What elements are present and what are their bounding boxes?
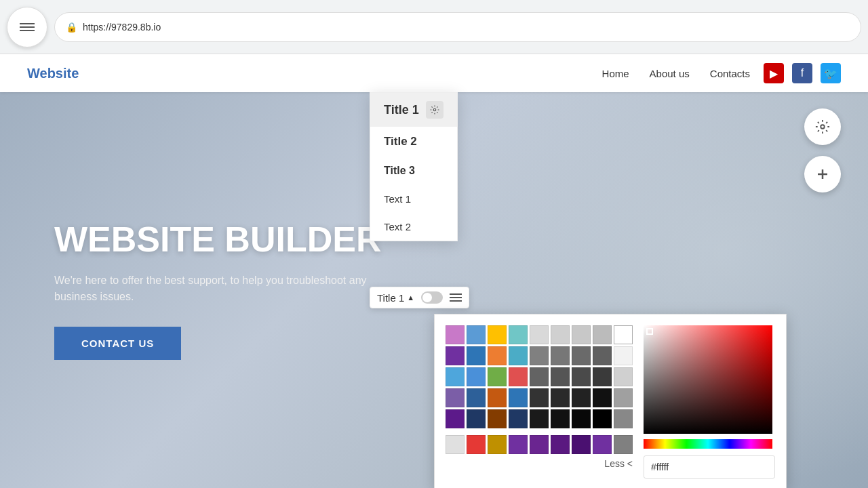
- swatch[interactable]: [593, 346, 612, 365]
- swatch[interactable]: [446, 325, 465, 344]
- swatch[interactable]: [467, 346, 486, 365]
- format-title-select[interactable]: Title 1 ▲: [377, 292, 414, 304]
- swatch[interactable]: [614, 346, 633, 365]
- align-icon[interactable]: [450, 293, 462, 302]
- url-text: https://97829.8b.io: [83, 22, 161, 33]
- contact-us-button[interactable]: CONTACT US: [54, 327, 181, 360]
- svg-point-0: [821, 125, 825, 129]
- swatch[interactable]: [467, 388, 486, 407]
- hue-bar[interactable]: [644, 439, 772, 449]
- format-toggle[interactable]: [421, 291, 443, 304]
- less-button[interactable]: Less <: [446, 458, 633, 469]
- swatch[interactable]: [572, 388, 591, 407]
- address-bar[interactable]: 🔒 https://97829.8b.io: [54, 12, 861, 42]
- swatch[interactable]: [446, 346, 465, 365]
- swatch-black[interactable]: [593, 409, 612, 428]
- nav-link-about[interactable]: About us: [650, 68, 690, 79]
- site-logo: Website: [27, 66, 602, 81]
- hero-subtitle: We're here to offer the best support, to…: [54, 272, 393, 305]
- dropdown-item-text2[interactable]: Text 2: [370, 213, 457, 241]
- swatch[interactable]: [530, 346, 549, 365]
- swatch[interactable]: [488, 435, 507, 454]
- gradient-canvas[interactable]: [644, 325, 772, 434]
- swatch[interactable]: [551, 409, 570, 428]
- swatch[interactable]: [488, 346, 507, 365]
- gradient-picker-section: [644, 325, 775, 479]
- swatch[interactable]: [530, 388, 549, 407]
- swatch[interactable]: [446, 388, 465, 407]
- swatch[interactable]: [614, 367, 633, 386]
- nav-link-contacts[interactable]: Contacts: [710, 68, 750, 79]
- swatch[interactable]: [509, 367, 528, 386]
- color-picker-inner: Less <: [446, 325, 775, 479]
- browser-menu-button[interactable]: [7, 7, 47, 47]
- nav-links: Home About us Contacts: [602, 68, 750, 79]
- font-style-dropdown: Title 1 Title 2 Title 3 Text 1 Text 2: [370, 92, 458, 241]
- swatch[interactable]: [572, 367, 591, 386]
- swatch[interactable]: [530, 409, 549, 428]
- svg-point-3: [433, 108, 436, 111]
- swatch[interactable]: [551, 435, 570, 454]
- swatch[interactable]: [446, 367, 465, 386]
- swatch[interactable]: [572, 346, 591, 365]
- hex-color-input[interactable]: [644, 455, 775, 479]
- line1: [450, 293, 462, 295]
- swatch[interactable]: [509, 409, 528, 428]
- add-fab-button[interactable]: [804, 156, 841, 192]
- swatch[interactable]: [572, 409, 591, 428]
- color-picker-panel: Less <: [434, 314, 787, 488]
- swatch[interactable]: [593, 435, 612, 454]
- swatch[interactable]: [551, 325, 570, 344]
- swatch[interactable]: [488, 409, 507, 428]
- format-toolbar: Title 1 ▲: [370, 287, 469, 308]
- dropdown-label-text2: Text 2: [384, 221, 411, 232]
- toggle-thumb: [422, 293, 432, 302]
- dropdown-item-title3[interactable]: Title 3: [370, 157, 457, 185]
- swatch[interactable]: [530, 435, 549, 454]
- swatch[interactable]: [467, 367, 486, 386]
- youtube-icon[interactable]: ▶: [764, 63, 784, 83]
- lock-icon: 🔒: [66, 22, 77, 33]
- nav-icons: ▶ f 🐦: [764, 63, 841, 83]
- facebook-icon[interactable]: f: [792, 63, 812, 83]
- swatch[interactable]: [467, 435, 486, 454]
- swatch[interactable]: [593, 388, 612, 407]
- swatch[interactable]: [614, 409, 633, 428]
- swatch[interactable]: [614, 435, 633, 454]
- swatch[interactable]: [509, 388, 528, 407]
- swatch[interactable]: [593, 325, 612, 344]
- swatch[interactable]: [467, 325, 486, 344]
- dropdown-label-title2: Title 2: [384, 135, 417, 148]
- browser-chrome: 🔒 https://97829.8b.io: [0, 0, 868, 54]
- swatch[interactable]: [446, 409, 465, 428]
- item-settings-icon[interactable]: [426, 101, 443, 119]
- format-title-label: Title 1: [377, 292, 404, 304]
- site-nav: Website Home About us Contacts ▶ f 🐦: [0, 54, 868, 92]
- swatch[interactable]: [509, 325, 528, 344]
- swatch[interactable]: [593, 367, 612, 386]
- swatch[interactable]: [446, 435, 465, 454]
- swatch[interactable]: [530, 367, 549, 386]
- swatch[interactable]: [551, 367, 570, 386]
- hero-title: WEBSITE BUILDER: [54, 220, 393, 259]
- swatch[interactable]: [572, 435, 591, 454]
- swatch-white[interactable]: [614, 325, 633, 344]
- swatch[interactable]: [530, 325, 549, 344]
- dropdown-item-text1[interactable]: Text 1: [370, 185, 457, 213]
- twitter-icon[interactable]: 🐦: [821, 63, 841, 83]
- nav-link-home[interactable]: Home: [602, 68, 629, 79]
- swatch[interactable]: [551, 388, 570, 407]
- swatch[interactable]: [509, 435, 528, 454]
- swatch[interactable]: [551, 346, 570, 365]
- swatch[interactable]: [488, 325, 507, 344]
- swatch[interactable]: [488, 388, 507, 407]
- dropdown-item-title2[interactable]: Title 2: [370, 127, 457, 157]
- dropdown-item-title1[interactable]: Title 1: [370, 93, 457, 127]
- swatch[interactable]: [614, 388, 633, 407]
- swatch[interactable]: [509, 346, 528, 365]
- swatch[interactable]: [572, 325, 591, 344]
- swatch[interactable]: [488, 367, 507, 386]
- swatch[interactable]: [467, 409, 486, 428]
- settings-fab-button[interactable]: [804, 108, 841, 145]
- line3: [450, 300, 462, 302]
